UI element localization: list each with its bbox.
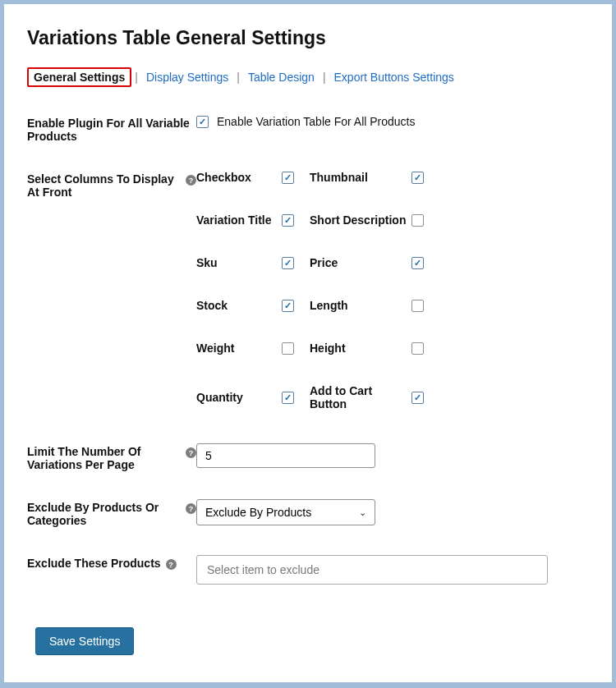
settings-panel: Variations Table General Settings Genera… xyxy=(3,3,613,683)
checkbox-col-length[interactable] xyxy=(411,300,424,312)
checkbox-col-checkbox[interactable] xyxy=(282,172,294,184)
save-button[interactable]: Save Settings xyxy=(35,627,134,655)
row-select-columns: Select Columns To Display At Front ? Che… xyxy=(27,171,589,411)
col-label-weight: Weight xyxy=(196,342,282,355)
label-select-columns: Select Columns To Display At Front ? xyxy=(27,171,196,199)
label-limit: Limit The Number Of Variations Per Page … xyxy=(27,443,196,471)
tab-separator: | xyxy=(237,71,240,84)
tabs: General Settings | Display Settings | Ta… xyxy=(27,66,589,89)
help-icon[interactable]: ? xyxy=(166,559,177,570)
col-label-stock: Stock xyxy=(196,299,282,312)
checkbox-col-variation-title[interactable] xyxy=(282,214,294,227)
exclude-by-select[interactable]: Exclude By Products ⌄ xyxy=(196,499,375,525)
limit-input[interactable] xyxy=(196,443,375,468)
tab-design[interactable]: Table Design xyxy=(243,68,319,86)
tab-export[interactable]: Export Buttons Settings xyxy=(329,68,459,86)
col-label-length: Length xyxy=(310,299,411,312)
col-label-short-desc: Short Description xyxy=(310,213,411,227)
checkbox-enable-all[interactable] xyxy=(196,116,209,128)
page-title: Variations Table General Settings xyxy=(27,27,589,49)
col-label-thumbnail: Thumbnail xyxy=(310,171,411,184)
checkbox-col-weight[interactable] xyxy=(282,342,294,355)
col-label-variation-title: Variation Title xyxy=(196,213,282,227)
checkbox-col-thumbnail[interactable] xyxy=(411,172,424,184)
row-exclude-products: Exclude These Products ? Select item to … xyxy=(27,555,589,585)
tab-separator: | xyxy=(323,71,326,84)
exclude-products-placeholder: Select item to exclude xyxy=(207,563,319,576)
col-label-sku: Sku xyxy=(196,256,282,269)
col-label-add-to-cart: Add to Cart Button xyxy=(310,384,411,411)
checkbox-col-short-desc[interactable] xyxy=(411,214,424,227)
checkbox-col-price[interactable] xyxy=(411,257,424,269)
tab-separator: | xyxy=(135,71,138,84)
label-exclude-products: Exclude These Products ? xyxy=(27,555,196,570)
checkbox-col-sku[interactable] xyxy=(282,257,294,269)
checkbox-enable-all-label: Enable Variation Table For All Products xyxy=(217,115,416,128)
col-label-quantity: Quantity xyxy=(196,391,282,404)
columns-grid: Checkbox Thumbnail Variation Title Short… xyxy=(196,171,428,411)
row-exclude-by: Exclude By Products Or Categories ? Excl… xyxy=(27,499,589,527)
row-enable-all: Enable Plugin For All Variable Products … xyxy=(27,115,589,143)
exclude-by-value: Exclude By Products xyxy=(205,506,311,519)
chevron-down-icon: ⌄ xyxy=(359,507,366,518)
tab-general[interactable]: General Settings xyxy=(27,67,131,87)
row-limit: Limit The Number Of Variations Per Page … xyxy=(27,443,589,471)
label-enable-all: Enable Plugin For All Variable Products xyxy=(27,115,196,143)
help-icon[interactable]: ? xyxy=(186,503,196,514)
col-label-height: Height xyxy=(310,342,411,355)
checkbox-col-add-to-cart[interactable] xyxy=(411,392,424,404)
help-icon[interactable]: ? xyxy=(186,447,196,458)
help-icon[interactable]: ? xyxy=(186,175,196,186)
label-exclude-by: Exclude By Products Or Categories ? xyxy=(27,499,196,527)
exclude-products-input[interactable]: Select item to exclude xyxy=(196,555,548,585)
col-label-price: Price xyxy=(310,256,411,269)
tab-display[interactable]: Display Settings xyxy=(141,68,233,86)
checkbox-col-stock[interactable] xyxy=(282,300,294,312)
checkbox-col-quantity[interactable] xyxy=(282,392,294,404)
col-label-checkbox: Checkbox xyxy=(196,171,282,184)
checkbox-col-height[interactable] xyxy=(411,342,424,355)
